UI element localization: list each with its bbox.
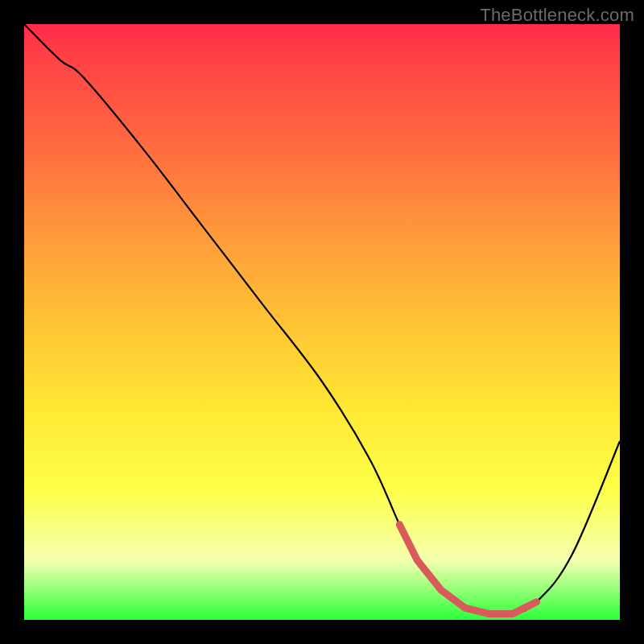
- watermark-text: TheBottleneck.com: [480, 5, 634, 26]
- flat-region-highlight: [399, 525, 536, 614]
- bottleneck-curve: [24, 24, 620, 615]
- chart-plot-area: [24, 24, 620, 620]
- chart-svg: [24, 24, 620, 620]
